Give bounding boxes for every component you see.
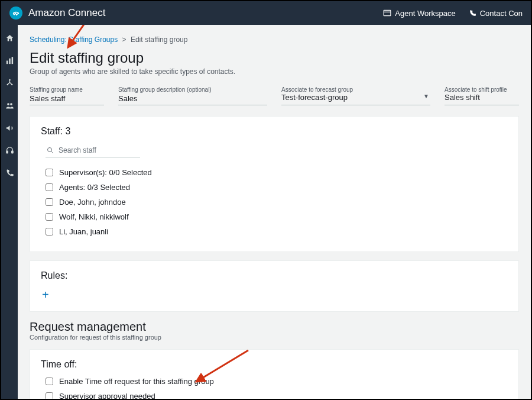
supervisors-checkbox[interactable] bbox=[46, 169, 53, 176]
svg-rect-2 bbox=[6, 60, 8, 64]
form-row: Staffing group name Staffing group descr… bbox=[30, 86, 519, 105]
agent-row[interactable]: Li, Juan, juanli bbox=[46, 227, 508, 236]
svg-rect-3 bbox=[9, 58, 11, 63]
routing-icon[interactable] bbox=[5, 78, 14, 88]
breadcrumb-separator: > bbox=[122, 36, 126, 44]
forecast-group-select[interactable]: Associate to forecast group Test-forecas… bbox=[281, 86, 430, 105]
svg-rect-11 bbox=[11, 151, 13, 153]
field-label: Associate to shift profile bbox=[445, 86, 519, 93]
search-placeholder: Search staff bbox=[59, 146, 96, 154]
home-icon[interactable] bbox=[5, 33, 14, 43]
svg-point-12 bbox=[48, 148, 52, 152]
phone-missed-icon[interactable] bbox=[5, 168, 14, 178]
chevron-down-icon: ▼ bbox=[423, 92, 429, 99]
breadcrumb-current: Edit staffing group bbox=[131, 36, 188, 44]
agent-name: Li, Juan, juanli bbox=[59, 227, 108, 236]
svg-rect-10 bbox=[6, 151, 8, 153]
agent-workspace-button[interactable]: Agent Workspace bbox=[383, 9, 455, 18]
agent-checkbox[interactable] bbox=[46, 198, 53, 206]
announcement-icon[interactable] bbox=[5, 123, 14, 133]
svg-point-6 bbox=[7, 84, 8, 85]
sidebar bbox=[1, 25, 18, 399]
connect-logo-icon bbox=[9, 7, 22, 20]
users-icon[interactable] bbox=[5, 101, 14, 110]
svg-rect-0 bbox=[384, 10, 391, 15]
staffing-group-name-field[interactable]: Staffing group name bbox=[30, 86, 104, 105]
breadcrumb: Scheduling: Staffing Groups > Edit staff… bbox=[30, 36, 519, 44]
agents-checkbox[interactable] bbox=[46, 183, 53, 191]
agent-name: Doe, John, johndoe bbox=[59, 198, 126, 207]
staff-search[interactable]: Search staff bbox=[46, 144, 140, 157]
breadcrumb-link[interactable]: Scheduling: Staffing Groups bbox=[30, 36, 118, 44]
rules-card: Rules: + bbox=[30, 260, 519, 312]
page-title: Edit staffing group bbox=[30, 50, 519, 66]
request-management-desc: Configuration for request of this staffi… bbox=[30, 334, 519, 341]
timeoff-card: Time off: Enable Time off request for th… bbox=[30, 349, 519, 399]
staffing-group-desc-input[interactable] bbox=[118, 94, 267, 103]
svg-line-13 bbox=[51, 151, 53, 153]
product-title: Amazon Connect bbox=[28, 7, 370, 19]
enable-timeoff-row[interactable]: Enable Time off request for this staffin… bbox=[46, 377, 508, 386]
svg-point-8 bbox=[7, 103, 9, 105]
enable-timeoff-label: Enable Time off request for this staffin… bbox=[59, 377, 214, 386]
request-management-title: Request management bbox=[30, 320, 519, 334]
agent-checkbox[interactable] bbox=[46, 228, 53, 236]
supervisors-label: Supervisor(s): 0/0 Selected bbox=[59, 168, 152, 177]
forecast-group-value: Test-forecast-group bbox=[281, 93, 430, 102]
top-bar: Amazon Connect Agent Workspace Contact C… bbox=[1, 1, 531, 25]
headset-icon[interactable] bbox=[5, 146, 14, 155]
staff-card: Staff: 3 Search staff Supervisor(s): 0/0… bbox=[30, 116, 519, 252]
add-rule-button[interactable]: + bbox=[42, 288, 508, 302]
svg-point-5 bbox=[9, 79, 9, 80]
shift-profile-field[interactable]: Associate to shift profile Sales shift bbox=[445, 86, 519, 105]
field-label: Staffing group name bbox=[30, 86, 104, 93]
agent-workspace-label: Agent Workspace bbox=[395, 9, 455, 18]
staffing-group-name-input[interactable] bbox=[30, 94, 104, 103]
staff-heading: Staff: 3 bbox=[41, 126, 508, 137]
timeoff-heading: Time off: bbox=[41, 359, 508, 370]
svg-rect-4 bbox=[11, 57, 13, 64]
enable-timeoff-checkbox[interactable] bbox=[46, 378, 53, 385]
contact-control-button[interactable]: Contact Con bbox=[469, 9, 523, 18]
supervisor-approval-label: Supervisor approval needed bbox=[59, 392, 155, 399]
supervisor-approval-checkbox[interactable] bbox=[46, 392, 53, 399]
svg-point-7 bbox=[11, 84, 12, 85]
field-label: Staffing group description (optional) bbox=[118, 86, 267, 93]
analytics-icon[interactable] bbox=[5, 56, 14, 65]
agents-row[interactable]: Agents: 0/3 Selected bbox=[46, 183, 508, 192]
agents-label: Agents: 0/3 Selected bbox=[59, 183, 130, 192]
page-description: Group of agents who are skilled to take … bbox=[30, 67, 519, 76]
rules-heading: Rules: bbox=[41, 270, 508, 281]
shift-profile-value: Sales shift bbox=[445, 93, 519, 102]
agent-name: Wolf, Nikki, nikkiwolf bbox=[59, 212, 129, 221]
contact-control-label: Contact Con bbox=[480, 9, 523, 18]
agent-row[interactable]: Wolf, Nikki, nikkiwolf bbox=[46, 212, 508, 221]
field-label: Associate to forecast group bbox=[281, 86, 430, 93]
agent-checkbox[interactable] bbox=[46, 213, 53, 221]
supervisors-row[interactable]: Supervisor(s): 0/0 Selected bbox=[46, 168, 508, 177]
search-icon bbox=[47, 147, 54, 154]
staffing-group-desc-field[interactable]: Staffing group description (optional) bbox=[118, 86, 267, 105]
main-content: Scheduling: Staffing Groups > Edit staff… bbox=[18, 25, 531, 399]
svg-point-9 bbox=[10, 103, 12, 105]
agent-row[interactable]: Doe, John, johndoe bbox=[46, 198, 508, 207]
supervisor-approval-row[interactable]: Supervisor approval needed bbox=[46, 392, 508, 399]
